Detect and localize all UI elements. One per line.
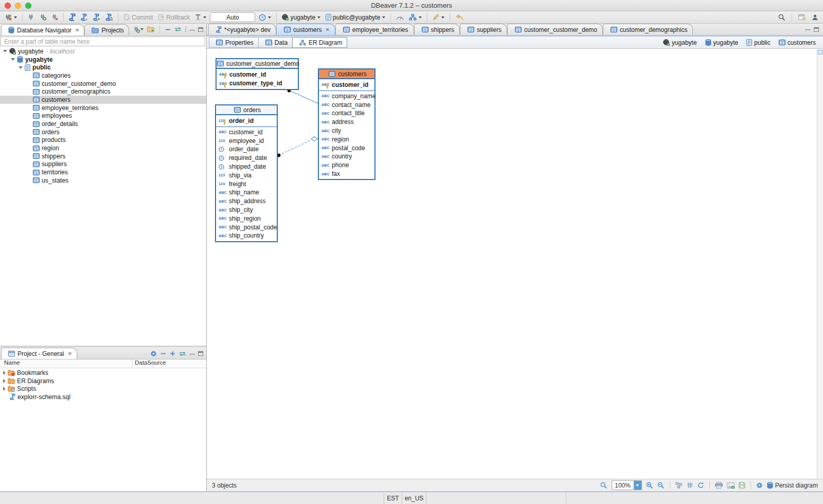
transaction-mode-button[interactable] [193,13,208,21]
entity-orders[interactable]: orders123order_idABCcustomer_id123employ… [215,104,278,242]
entity-column[interactable]: 123employee_id [216,136,277,145]
entity-column[interactable]: 123ship_via [216,171,277,179]
toggle-grid-icon[interactable] [687,482,693,489]
tree-item[interactable]: yugabyte- localhost [0,47,206,56]
user-profile-icon[interactable] [810,13,820,21]
close-icon[interactable]: ✕ [75,27,79,33]
breadcrumb-item-customers[interactable]: customers [777,39,816,46]
collapse-all-icon[interactable] [165,27,171,32]
entity-column[interactable]: ABCcustomer_id [216,128,277,137]
entity-column[interactable]: ABCaddress [319,118,374,127]
entity-column[interactable]: ABCcustomer_id [217,70,298,79]
rollback-button[interactable]: Rollback [156,13,191,22]
tree-item[interactable]: territories [0,168,206,176]
export-image-icon[interactable] [727,482,735,489]
new-connection-button[interactable] [3,13,19,22]
perspective-icon[interactable] [797,13,807,21]
entity-column[interactable]: ABCcompany_name [319,92,374,101]
commit-button[interactable]: Commit [122,13,154,22]
breadcrumb-item-yugabyte[interactable]: yugabyte [703,39,739,46]
scrollbar-thumb[interactable] [818,50,822,55]
close-icon[interactable]: ✕ [325,27,329,32]
expander-closed-icon[interactable] [3,387,6,391]
subtab-properties[interactable]: Properties [209,37,259,48]
entity-column[interactable]: ABCcontact_name [319,100,374,109]
minimize-view-icon[interactable] [190,354,194,355]
canvas-scrollbar[interactable] [817,49,823,479]
editor-tab-suppliers[interactable]: suppliers [460,24,507,35]
maximize-view-icon[interactable] [198,27,203,32]
schema-selector[interactable]: public@yugabyte [324,13,387,22]
connect-icon[interactable] [26,13,36,21]
tree-item[interactable]: employee_territories [0,104,206,112]
tree-item[interactable]: customers [0,96,206,104]
entity-column[interactable]: 123freight [216,179,277,188]
editor-tab-customers[interactable]: customers✕ [276,24,335,35]
editor-tab-shippers[interactable]: shippers [414,24,460,35]
editor-tab--yugabyte-dev[interactable]: *<yugabyte> dev [208,24,276,35]
print-diagram-icon[interactable] [715,482,723,489]
search-icon[interactable] [777,13,787,22]
tree-item[interactable]: public [0,63,206,71]
tab-project-general[interactable]: Project - General✕ [1,348,77,359]
expander-open-icon[interactable] [3,50,7,52]
entity-column[interactable]: ABCship_country [216,231,277,240]
collapse-all-icon[interactable] [160,351,166,356]
dashboard-icon[interactable] [395,14,405,21]
save-diagram-icon[interactable] [739,482,745,489]
tree-item[interactable]: employees [0,112,206,120]
er-diagram-canvas[interactable]: customer_customer_demoABCcustomer_idABCc… [207,49,817,479]
expand-all-icon[interactable] [170,351,175,356]
editor-tab-employee-territories[interactable]: employee_territories [335,24,414,35]
tree-item[interactable]: yugabyte [0,56,206,64]
tree-item[interactable]: ER Diagrams [0,377,206,385]
tree-item[interactable]: shippers [0,152,206,160]
entity-column[interactable]: order_date [216,145,277,154]
settings-gear-icon[interactable] [150,350,157,357]
tree-item[interactable]: orders [0,128,206,136]
zoom-search-icon[interactable] [600,482,607,489]
new-sql-editor-icon[interactable] [92,13,102,22]
entity-header[interactable]: orders [216,105,277,115]
tree-item[interactable]: us_states [0,176,206,185]
er-layout-icon[interactable] [407,13,423,21]
diagram-settings-icon[interactable] [756,482,763,489]
tab-projects[interactable]: Projects [84,24,129,35]
tree-item[interactable]: Scripts [0,385,206,393]
maximize-view-icon[interactable] [198,351,203,356]
entity-column[interactable]: ABCphone [319,161,374,170]
entity-column[interactable]: shipped_date [216,163,277,171]
entity-customer_customer_demo[interactable]: customer_customer_demoABCcustomer_idABCc… [216,58,299,90]
table-filter-input[interactable] [1,37,205,46]
tree-item[interactable]: region [0,144,206,152]
editor-tab-customer-customer-demo[interactable]: customer_customer_demo [507,24,603,35]
persist-diagram-button[interactable]: Persist diagram [767,482,818,489]
subtab-data[interactable]: Data [258,37,293,48]
entity-column[interactable]: ABCship_address [216,197,277,206]
entity-customers[interactable]: customersABCcustomer_idABCcompany_nameAB… [318,68,375,180]
entity-column[interactable]: required_date [216,154,277,163]
breadcrumb-item-public[interactable]: public [744,39,770,46]
minimize-view-icon[interactable] [190,30,194,31]
column-datasource[interactable]: DataSource [133,359,166,368]
entity-column[interactable]: ABCcountry [319,152,374,161]
zoom-in-icon[interactable] [646,482,653,489]
link-editor-icon[interactable] [174,27,182,32]
entity-header[interactable]: customers [319,69,374,79]
tree-item[interactable]: customer_customer_demo [0,80,206,88]
tree-item[interactable]: categories [0,71,206,80]
entity-column[interactable]: ABCcustomer_type_id [217,79,298,88]
new-connection-icon[interactable] [133,26,144,33]
zoom-level-select[interactable]: 100% [612,480,642,490]
expander-open-icon[interactable] [11,58,15,61]
disconnect-icon[interactable] [50,13,60,21]
tree-item[interactable]: explorr-schema.sql [0,393,206,401]
paint-icon[interactable] [431,13,446,21]
tree-item[interactable]: customer_demographics [0,87,206,96]
refresh-diagram-icon[interactable] [697,482,704,489]
tab-database-navigator[interactable]: Database Navigator✕ [1,24,84,35]
tree-item[interactable]: products [0,136,206,145]
entity-column[interactable]: ABCcustomer_id [319,80,374,89]
expander-closed-icon[interactable] [3,379,6,383]
editor-tab-customer-demographics[interactable]: customer_demographics [603,24,693,35]
